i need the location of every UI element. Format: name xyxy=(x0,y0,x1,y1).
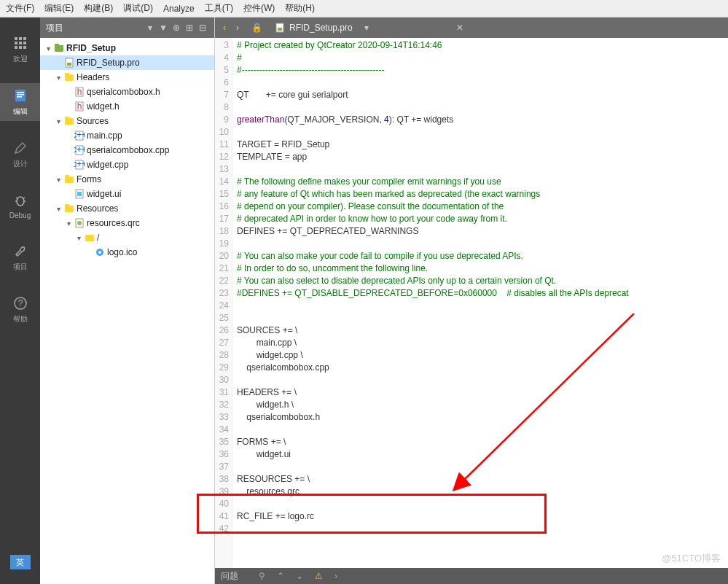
tree-s3[interactable]: c++widget.cpp xyxy=(40,157,214,172)
tree-r3[interactable]: logo.ico xyxy=(40,245,214,260)
ico-file-icon xyxy=(94,246,106,258)
code-editor[interactable]: 3456789101112131415161718192021222324252… xyxy=(215,38,728,568)
bug-icon xyxy=(12,192,28,209)
ui-file-icon xyxy=(74,188,85,200)
tab-close-icon[interactable]: ✕ xyxy=(456,23,463,33)
tree-forms[interactable]: ▾Forms xyxy=(40,172,214,187)
tree-r1[interactable]: ▾resources.qrc xyxy=(40,216,214,230)
tree-f1-label: widget.ui xyxy=(87,189,121,199)
svg-rect-0 xyxy=(15,37,17,40)
status-issues[interactable]: 问题 xyxy=(221,570,238,583)
svg-rect-30 xyxy=(65,118,74,125)
status-find-icon[interactable]: ⚲ xyxy=(259,571,265,581)
project-panel-header: 项目 ▾ ▼ ⊕ ⊞ ⊟ xyxy=(40,17,214,38)
svg-rect-11 xyxy=(17,94,24,96)
svg-rect-41 xyxy=(77,192,82,196)
tree-s2[interactable]: c++qserialcombobox.cpp xyxy=(40,143,214,157)
line-numbers: 3456789101112131415161718192021222324252… xyxy=(215,38,232,568)
editor-tab-label: RFID_Setup.pro xyxy=(289,23,353,33)
sidebar-project-label: 项目 xyxy=(13,262,28,272)
lock-icon[interactable]: 🔒 xyxy=(250,23,263,33)
svg-point-45 xyxy=(77,221,82,225)
tree-f1[interactable]: widget.ui xyxy=(40,187,214,201)
menu-build[interactable]: 构建(B) xyxy=(84,2,113,15)
tree-h2-label: widget.h xyxy=(87,101,120,112)
editor-area: ‹ › 🔒 RFID_Setup.pro ▾ ✕ 345678910111213… xyxy=(215,17,728,584)
menu-edit[interactable]: 编辑(E) xyxy=(44,2,74,15)
status-warning-icon[interactable]: ⚠ xyxy=(315,571,323,581)
nav-back-icon[interactable]: ‹ xyxy=(218,23,231,33)
tree-headers[interactable]: ▾Headers xyxy=(40,70,214,85)
tree-sources-label: Sources xyxy=(77,116,109,126)
nav-fwd-icon[interactable]: › xyxy=(231,23,244,33)
cpp-file-icon: c++ xyxy=(74,130,85,141)
menu-bar: 文件(F) 编辑(E) 构建(B) 调试(D) Analyze 工具(T) 控件… xyxy=(0,0,728,17)
editor-tab[interactable]: RFID_Setup.pro xyxy=(269,23,359,33)
sidebar-edit-label: 编辑 xyxy=(13,106,28,117)
tab-dropdown-icon[interactable]: ▾ xyxy=(364,23,369,33)
svg-text:h: h xyxy=(77,101,82,112)
svg-rect-25 xyxy=(65,73,69,75)
sidebar-edit[interactable]: 编辑 xyxy=(0,83,40,121)
link-icon[interactable]: ⊕ xyxy=(171,22,182,34)
svg-rect-46 xyxy=(85,235,94,241)
status-more-icon[interactable]: › xyxy=(334,571,337,581)
pencil-icon xyxy=(12,140,28,156)
tree-pro-label: RFID_Setup.pro xyxy=(77,58,140,68)
project-tree: ▾RFID_Setup RFID_Setup.pro ▾Headers hqse… xyxy=(40,38,214,584)
collapse-icon[interactable]: ⊟ xyxy=(197,22,208,34)
menu-widgets[interactable]: 控件(W) xyxy=(243,2,275,15)
sidebar-debug[interactable]: Debug xyxy=(0,188,40,224)
sidebar-welcome[interactable]: 欢迎 xyxy=(0,31,40,69)
status-bar: 问题 ⚲ ⌃ ⌄ ⚠ › xyxy=(215,568,728,584)
tree-r3-label: logo.ico xyxy=(107,247,137,257)
dropdown-icon[interactable]: ▾ xyxy=(144,22,156,34)
tree-root[interactable]: ▾RFID_Setup xyxy=(40,41,214,55)
pro-file-icon xyxy=(63,57,75,69)
code-content[interactable]: # Project created by QtCreator 2020-09-1… xyxy=(232,38,728,568)
pro-file-icon xyxy=(275,23,285,33)
question-icon: ? xyxy=(12,295,28,311)
tree-sources[interactable]: ▾Sources xyxy=(40,114,214,128)
menu-tools[interactable]: 工具(T) xyxy=(205,2,233,15)
grid-icon xyxy=(12,35,28,51)
language-indicator[interactable]: 英 xyxy=(10,555,31,569)
tree-r2[interactable]: ▾/ xyxy=(40,230,214,245)
svg-rect-6 xyxy=(15,46,17,49)
project-panel-title: 项目 xyxy=(46,22,143,34)
menu-file[interactable]: 文件(F) xyxy=(6,2,34,15)
menu-debug[interactable]: 调试(D) xyxy=(123,2,153,15)
tree-resources[interactable]: ▾Resources xyxy=(40,201,214,216)
svg-text:c++: c++ xyxy=(74,145,85,155)
wrench-icon xyxy=(12,243,28,259)
menu-analyze[interactable]: Analyze xyxy=(163,4,195,14)
tree-r2-label: / xyxy=(97,233,99,243)
menu-help[interactable]: 帮助(H) xyxy=(285,2,315,15)
folder-icon xyxy=(63,71,75,83)
svg-rect-8 xyxy=(23,46,26,49)
left-sidebar: 欢迎 编辑 设计 Debug 项目 ? 帮助 英 xyxy=(0,17,40,584)
svg-rect-1 xyxy=(19,37,22,40)
svg-rect-38 xyxy=(65,176,74,183)
tree-s1[interactable]: c++main.cpp xyxy=(40,128,214,143)
tree-h1-label: qserialcombobox.h xyxy=(87,87,160,97)
tree-headers-label: Headers xyxy=(77,72,109,82)
sidebar-project[interactable]: 项目 xyxy=(0,238,40,276)
tree-pro-file[interactable]: RFID_Setup.pro xyxy=(40,55,214,70)
sidebar-design[interactable]: 设计 xyxy=(0,136,40,174)
filter-icon[interactable]: ▼ xyxy=(157,22,169,34)
project-icon xyxy=(53,42,65,54)
tree-h1[interactable]: hqserialcombobox.h xyxy=(40,85,214,99)
svg-rect-20 xyxy=(55,45,63,52)
svg-text:h: h xyxy=(77,87,82,97)
svg-rect-10 xyxy=(17,92,24,93)
status-up-icon[interactable]: ⌃ xyxy=(277,571,284,581)
tree-resources-label: Resources xyxy=(77,203,118,214)
tree-s1-label: main.cpp xyxy=(87,131,122,141)
sidebar-help[interactable]: ? 帮助 xyxy=(0,291,40,329)
tree-h2[interactable]: hwidget.h xyxy=(40,99,214,114)
h-file-icon: h xyxy=(74,101,85,112)
split-icon[interactable]: ⊞ xyxy=(184,22,195,34)
status-down-icon[interactable]: ⌄ xyxy=(296,571,303,581)
svg-rect-9 xyxy=(15,90,26,101)
